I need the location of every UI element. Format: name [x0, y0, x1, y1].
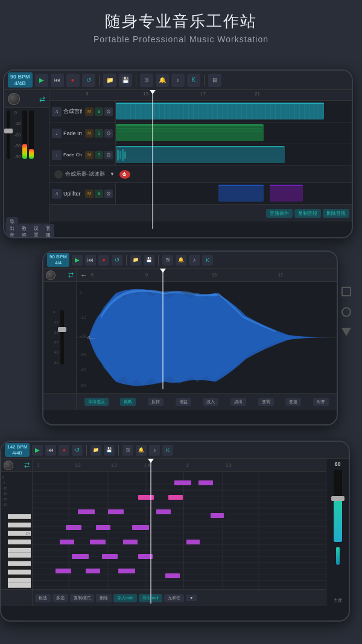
- gear-btn-uplifter[interactable]: ⚙: [104, 190, 113, 198]
- back-button-3[interactable]: ⏮: [45, 445, 56, 456]
- back-button-2[interactable]: ⏮: [85, 255, 96, 266]
- gain-btn[interactable]: 增益: [176, 398, 191, 406]
- wf-back-icon[interactable]: ←: [80, 271, 87, 279]
- bell-button-2[interactable]: 🔔: [176, 255, 186, 266]
- reverse-btn[interactable]: 反转: [148, 398, 164, 406]
- wf-fader-track[interactable]: [60, 310, 64, 365]
- no-chord-btn[interactable]: 无和弦: [164, 594, 184, 602]
- import-midi-btn[interactable]: 导入midi: [113, 594, 137, 602]
- track-content-uplifter[interactable]: [116, 183, 352, 204]
- synth-power-btn[interactable]: ⏻: [119, 170, 130, 179]
- solo-btn-guitar[interactable]: S: [95, 107, 103, 116]
- back-button-1[interactable]: [51, 74, 64, 87]
- track-content-guitar[interactable]: [116, 101, 352, 122]
- wf-knob[interactable]: [46, 270, 56, 280]
- piano-grid-notes[interactable]: [33, 472, 326, 589]
- piano-key-white1[interactable]: [8, 523, 31, 528]
- fader-thumb-1[interactable]: [4, 129, 13, 133]
- audio-op-btn[interactable]: 音频操作: [266, 209, 293, 218]
- gear-btn-intro[interactable]: ⚙: [104, 129, 113, 138]
- solo-btn-uplifter[interactable]: S: [95, 190, 103, 198]
- piano-key-white4[interactable]: [8, 553, 31, 558]
- clip-intro-1[interactable]: [116, 124, 264, 141]
- settings-btn[interactable]: 设置: [30, 224, 42, 239]
- grid-button-1[interactable]: ⊞: [208, 74, 221, 87]
- vel-thumb[interactable]: [331, 496, 345, 501]
- delete-note-btn[interactable]: 删除: [96, 594, 112, 602]
- piano-key-c4[interactable]: C4: [8, 531, 31, 536]
- mute-btn-chord[interactable]: M: [85, 151, 94, 159]
- wf-fader-thumb[interactable]: [58, 327, 66, 332]
- delete-segment-btn[interactable]: 删除音段: [323, 209, 349, 218]
- bell-button-1[interactable]: 🔔: [156, 74, 169, 87]
- align-btn[interactable]: 对齐: [313, 398, 329, 406]
- metro-button-2[interactable]: K: [202, 255, 213, 266]
- clip-uplifter-2[interactable]: [270, 185, 303, 202]
- export-select-btn[interactable]: 导出选区: [84, 398, 109, 406]
- export-audio-btn[interactable]: 导出音频: [6, 217, 18, 239]
- midi-button-2[interactable]: ♪: [189, 255, 200, 266]
- add-track-icon[interactable]: ⇄: [39, 95, 45, 103]
- clip-uplifter-1[interactable]: [218, 185, 264, 202]
- folder-button-1[interactable]: 📁: [103, 74, 116, 87]
- pitch-btn[interactable]: 变调: [258, 398, 274, 406]
- mute-btn-guitar[interactable]: M: [85, 107, 94, 116]
- gear-btn-guitar[interactable]: ⚙: [104, 107, 113, 116]
- record-button-1[interactable]: ●: [66, 74, 80, 87]
- fadein-btn[interactable]: 淡入: [203, 398, 218, 406]
- track-content-chord[interactable]: [116, 144, 352, 165]
- save-button-3[interactable]: 💾: [104, 445, 115, 456]
- android-square-btn[interactable]: [341, 287, 351, 296]
- play-button-3[interactable]: ▶: [32, 445, 43, 456]
- play-button-1[interactable]: [35, 74, 48, 87]
- metro-button-3[interactable]: K: [162, 445, 173, 456]
- pr-knob[interactable]: [4, 461, 13, 470]
- eq-button-1[interactable]: ≋: [140, 74, 153, 87]
- piano-key-white5[interactable]: [8, 561, 31, 566]
- record-button-2[interactable]: ●: [98, 255, 109, 266]
- eq-button-2[interactable]: ≋: [162, 255, 173, 266]
- synth-dropdown-icon[interactable]: ▼: [110, 171, 115, 177]
- piano-key-white8[interactable]: [8, 583, 31, 588]
- track-content-intro[interactable]: [116, 123, 352, 144]
- fader-track-1[interactable]: [7, 110, 10, 159]
- play-button-2[interactable]: [72, 255, 83, 266]
- pr-arrow[interactable]: ⇄: [24, 461, 30, 469]
- mute-btn-uplifter[interactable]: M: [85, 190, 94, 198]
- solo-btn-chord[interactable]: S: [95, 151, 103, 159]
- multi-select-btn[interactable]: 多选: [52, 594, 68, 602]
- piano-key-white2[interactable]: [8, 540, 31, 544]
- vel-bar[interactable]: [334, 470, 342, 542]
- copy-segment-btn[interactable]: 复制音段: [294, 209, 321, 218]
- midi-button-1[interactable]: ♪: [171, 74, 185, 87]
- folder-button-2[interactable]: 📁: [130, 255, 141, 266]
- speed-btn[interactable]: 变速: [285, 398, 301, 406]
- android-circle-btn[interactable]: [341, 307, 351, 317]
- piano-key-white6[interactable]: [8, 570, 31, 575]
- save-button-1[interactable]: 💾: [119, 74, 132, 87]
- save-button-2[interactable]: 💾: [144, 255, 154, 266]
- clip-guitar-1[interactable]: [116, 103, 324, 120]
- tutorial-btn[interactable]: 教程: [18, 224, 30, 239]
- clip-chord-1[interactable]: [116, 146, 285, 163]
- piano-key-high[interactable]: [8, 514, 31, 519]
- solo-btn-intro[interactable]: S: [95, 129, 103, 138]
- wf-arrow-icon[interactable]: ⇄: [68, 271, 74, 279]
- undo-button-1[interactable]: [82, 74, 95, 87]
- undo-button-3[interactable]: ↺: [72, 445, 83, 456]
- copy-mode-btn[interactable]: 复制模式: [70, 594, 94, 602]
- gear-btn-chord[interactable]: ⚙: [104, 151, 113, 159]
- metronome-button-1[interactable]: K: [187, 74, 200, 87]
- chord-dropdown-btn[interactable]: ▼: [186, 595, 197, 601]
- undo-button-2[interactable]: ↺: [112, 255, 122, 266]
- mute-btn-intro[interactable]: M: [85, 129, 94, 138]
- piano-key-white3[interactable]: [8, 548, 31, 553]
- master-knob-1[interactable]: [8, 93, 20, 105]
- folder-button-3[interactable]: 📁: [91, 445, 101, 456]
- fadeout-btn[interactable]: 淡出: [230, 398, 246, 406]
- android-triangle-btn[interactable]: [341, 328, 351, 336]
- eq-button-3[interactable]: ≋: [122, 445, 133, 456]
- cut-btn[interactable]: 截断: [120, 398, 136, 406]
- select-btn[interactable]: 框选: [35, 594, 51, 602]
- piano-key-white7[interactable]: [8, 578, 31, 583]
